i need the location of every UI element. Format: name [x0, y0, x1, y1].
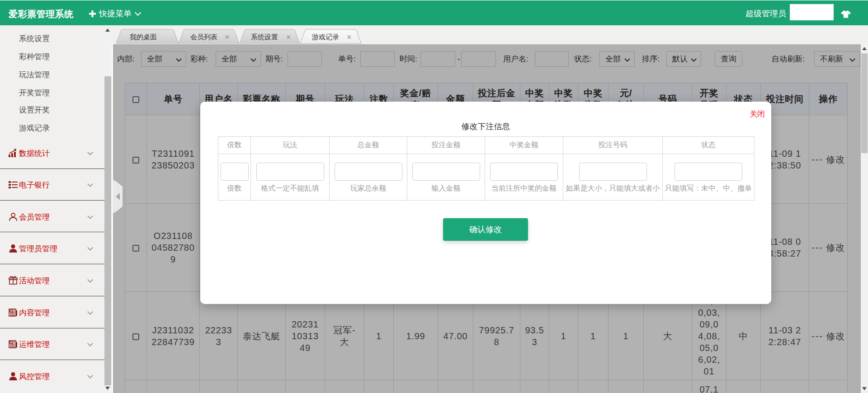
svg-text:×: × [347, 33, 352, 42]
svg-text:游戏记录: 游戏记录 [311, 33, 339, 41]
svg-text:×: × [225, 33, 230, 42]
svg-text:会员列表: 会员列表 [190, 33, 217, 41]
svg-text:×: × [286, 33, 291, 42]
svg-text:系统设置: 系统设置 [251, 33, 278, 41]
svg-text:我的桌面: 我的桌面 [130, 33, 157, 41]
